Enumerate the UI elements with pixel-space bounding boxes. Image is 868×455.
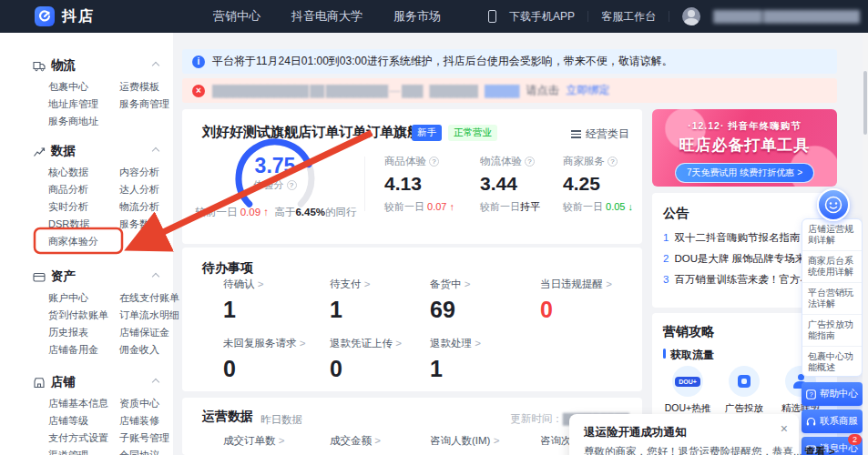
sidebar-item[interactable]: 店铺保证金 [119,328,179,338]
metric-logistics-experience: 物流体验? 3.44 较前一日持平 [480,155,571,214]
todo-label[interactable]: 备货中 [430,278,470,291]
sidebar-item[interactable]: 渠道管理 [48,450,110,455]
sidebar-item[interactable]: 历史报表 [48,328,110,338]
todo-label[interactable]: 待确认 [223,278,263,291]
todo-label[interactable]: 退款处理 [430,337,481,350]
sidebar-item[interactable]: 支付方式设置 [48,433,110,443]
metric-value: 4.25 [563,173,654,195]
sidebar-item[interactable]: 店铺基本信息 [48,399,110,409]
contact-service-button[interactable]: 联系商服 [802,410,863,433]
todo-item-pending-payment: 待支付 1 [330,278,370,323]
nav-item-service-market[interactable]: 服务市场 [393,8,441,25]
sidebar-item[interactable]: 子账号管理 [119,433,169,443]
ops-column-orders[interactable]: 成交订单数 [223,434,284,448]
divider [364,157,365,211]
todo-value[interactable]: 1 [330,297,370,323]
sidebar-item[interactable]: 资质中心 [119,399,169,409]
service-workbench-link[interactable]: 客服工作台 [601,9,656,25]
metric-delta-up: 0.07 ↑ [427,201,454,212]
todo-item-violation-alert: 当日违规提醒 0 [540,278,612,323]
nav-item-ecommerce-university[interactable]: 抖音电商大学 [291,8,363,25]
sidebar-item[interactable]: 店铺等级 [48,416,110,426]
todo-item-refund-voucher: 退款凭证上传 0 [330,337,402,382]
sidebar-item[interactable]: DSR数据 [48,219,110,229]
ops-column-im-people[interactable]: 咨询人数(IM) [430,434,499,448]
sidebar-item[interactable]: 实时分析 [48,202,110,212]
metric-product-experience: 商品体验? 4.13 较前一日 0.07 ↑ [384,155,475,214]
sidebar-item[interactable]: 地址库管理 [48,99,110,109]
marketing-group-traffic: 获取流量 [663,348,714,363]
sidebar-item[interactable]: 账户中心 [48,293,110,303]
user-avatar[interactable] [682,7,700,25]
todo-item-refund-processing: 退款处理 1 [430,337,481,382]
promo-banner-1212[interactable]: ·12.12· 抖音年终嗨购节 旺店必备打单工具 7天免费试用 续费打折优惠 > [652,109,837,187]
sidebar-item[interactable]: 服务数据 [119,219,162,229]
todo-value[interactable]: 0 [540,297,612,323]
todo-title: 待办事项 [202,260,253,277]
help-center-button[interactable]: ? 帮助中心 [802,382,863,406]
sidebar-item[interactable]: 内容分析 [119,167,162,177]
tooltip-icon[interactable]: ? [525,157,535,167]
sidebar-item[interactable]: 核心数据 [48,167,110,177]
tooltip-icon[interactable]: ? [429,157,439,167]
sidebar-item[interactable]: 在线支付账单 [119,293,179,303]
faq-item[interactable]: 广告投放功能指南 [802,315,862,347]
tooltip-icon[interactable]: ? [287,180,297,190]
peer-percent: 6.45% [295,207,325,217]
sidebar-item[interactable]: 佣金收入 [119,345,179,355]
douyin-shop-logo-icon[interactable] [35,6,55,26]
tooltip-icon[interactable]: ? [608,157,618,167]
todo-value[interactable]: 1 [223,297,263,323]
experience-score-label: 体验分 [254,178,284,192]
todo-label[interactable]: 未回复服务请求 [223,337,305,350]
faq-item[interactable]: 店铺运营规则详解 [802,219,862,251]
info-icon: i [192,56,205,68]
todo-value[interactable]: 1 [430,356,481,382]
download-app-link[interactable]: 下载手机APP [509,9,575,25]
sidebar-item[interactable]: 服务商管理 [119,99,169,109]
todo-label[interactable]: 当日违规提醒 [540,278,612,291]
sidebar-item[interactable]: 包裹中心 [48,82,110,92]
todo-value[interactable]: 0 [330,356,402,382]
sidebar-item[interactable]: 订单流水明细 [119,310,179,320]
section-title: 物流 [51,57,76,74]
sidebar-item[interactable]: 店铺装修 [119,416,169,426]
sidebar-item[interactable]: 服务商地址 [48,116,110,126]
assistant-avatar-icon[interactable] [817,188,850,221]
tool-ad-delivery[interactable]: 广告投放 [718,366,771,415]
ops-column-amount[interactable]: 成交金额 [330,434,381,448]
sidebar-item[interactable]: 物流分析 [119,202,162,212]
toast-view-link[interactable]: 查看 > [805,446,835,455]
todo-value[interactable]: 0 [223,356,305,382]
close-icon[interactable]: × [781,421,788,436]
sidebar-section-header-logistics[interactable]: 物流 [33,56,162,75]
todo-label[interactable]: 退款凭证上传 [330,337,402,350]
sidebar-item-merchant-experience-score[interactable]: 商家体验分 [48,237,110,247]
promo-trial-button[interactable]: 7天免费试用 续费打折优惠 > [675,163,814,183]
sidebar-section-header-shop[interactable]: 店铺 [33,373,162,391]
sidebar-section-header-assets[interactable]: 资产 [33,268,162,286]
sidebar-section-header-data[interactable]: 数据 [33,142,162,160]
faq-item[interactable]: 商家后台系统使用详解 [802,251,862,283]
list-icon [571,130,581,137]
username-redacted[interactable]: ███████ ██████████████ [713,10,859,23]
todo-label[interactable]: 待支付 [330,278,370,291]
sidebar-item[interactable]: 达人分析 [119,185,162,195]
faq-item[interactable]: 平台营销玩法详解 [802,283,862,315]
sidebar-item[interactable]: 商品分析 [48,185,110,195]
warning-notice-banner: × ██████████████ ██ █████████ — ███ ████… [182,78,837,103]
faq-item[interactable]: 包裹中心功能概述 [802,347,862,377]
todo-value[interactable]: 69 [430,297,470,323]
tool-dou-plus[interactable]: DOU+ DOU+热推 [661,366,714,415]
shop-overview-card: 刘好好测试旗舰店订单订单订单旗舰店 新手 正常营业 经营类目 3.75 体验分 … [182,109,642,244]
scrollbar-thumb[interactable] [863,71,867,135]
ops-updated-label: 更新时间： [510,413,563,424]
nav-item-marketing-center[interactable]: 营销中心 [213,8,260,25]
ops-subtitle: 昨日数据 [260,413,302,427]
sidebar-item[interactable]: 店铺备用金 [48,345,110,355]
sidebar-item[interactable]: 运费模板 [119,82,169,92]
sidebar-item[interactable]: 合同协议 [119,450,169,455]
sidebar-item[interactable]: 货到付款账单 [48,310,110,320]
bind-now-link[interactable]: 立即绑定 [566,83,609,98]
business-category-button[interactable]: 经营类目 [571,126,629,142]
